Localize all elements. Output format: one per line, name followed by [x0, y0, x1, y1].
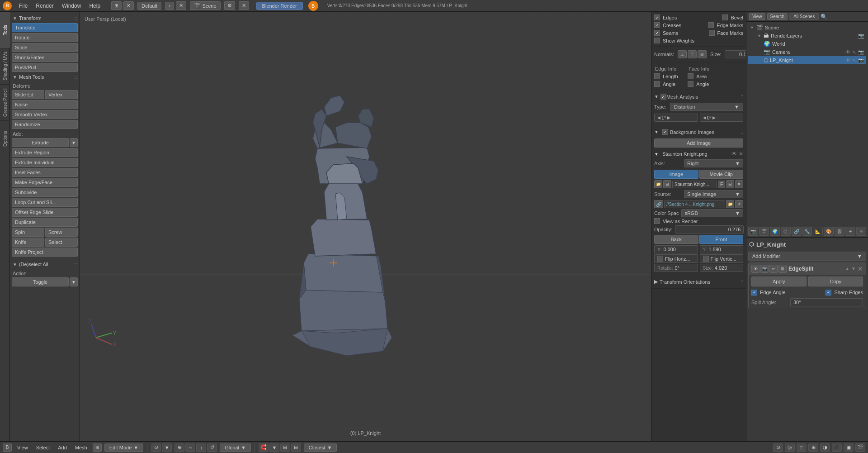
cam-eye-icon[interactable]: 👁 [845, 49, 850, 55]
prop-tab-material[interactable]: 🎨 [824, 227, 834, 236]
mod-icon-cage[interactable]: ⊞ [778, 265, 787, 273]
face-angle-checkbox[interactable] [688, 81, 693, 87]
range-max-field[interactable]: ◀ 0° ▶ [700, 114, 744, 122]
render-preview-icon[interactable]: 🎬 [855, 443, 865, 452]
transform-orient-header[interactable]: ▶ Transform Orientations :: [654, 277, 743, 286]
img-open-icon[interactable]: ⊞ [726, 180, 734, 188]
knife-project-btn[interactable]: Knife Project [12, 248, 78, 257]
image-close-btn[interactable]: ✕ [739, 151, 743, 157]
range-max-left[interactable]: ◀ [703, 115, 706, 120]
extrude-region-btn[interactable]: Extrude Region [12, 148, 78, 157]
view-icon-4[interactable]: ⬛ [832, 443, 842, 452]
transform-section-header[interactable]: ▼ Transform :: [12, 14, 78, 23]
toggle-btn[interactable]: Toggle [12, 277, 69, 286]
push-pull-btn[interactable]: Push/Pull [12, 63, 78, 72]
mod-close-btn[interactable]: ✕ [858, 265, 863, 272]
size-field[interactable]: Size: 4.020 [700, 264, 744, 272]
source-dropdown[interactable]: Single Image ▼ [684, 190, 743, 198]
normals-size-input[interactable] [725, 50, 746, 58]
menu-file[interactable]: File [15, 2, 31, 10]
prop-tab-render[interactable]: 📷 [748, 227, 758, 236]
sharp-edges-checkbox[interactable] [826, 290, 831, 296]
mode-dropdown[interactable]: Edit Mode ▼ [104, 443, 143, 452]
view-icon-1[interactable]: □ [797, 443, 807, 452]
snap-arrow[interactable]: ▼ [269, 443, 279, 452]
pivot-arrow[interactable]: ▼ [162, 443, 172, 452]
inset-faces-btn[interactable]: Inset Faces [12, 168, 78, 177]
viewport[interactable]: User Persp (Local) [80, 12, 651, 441]
prop-tab-scene[interactable]: 🎬 [759, 227, 769, 236]
scale-btn[interactable]: Scale [12, 43, 78, 52]
prop-tab-physics[interactable]: ⚛ [856, 227, 866, 236]
tree-lp-knight[interactable]: ⬡ LP_Knight 👁 ↖ 📷 [748, 56, 866, 64]
smooth-vertex-btn[interactable]: Smooth Vertex [12, 110, 78, 119]
offset-edge-btn[interactable]: Offset Edge Slide [12, 208, 78, 217]
bottom-mesh[interactable]: Mesh [72, 444, 90, 451]
layout-add[interactable]: + [165, 2, 174, 10]
mod-icon-render[interactable]: 📷 [760, 265, 769, 273]
mod-up-icon[interactable]: ▲ [845, 266, 849, 271]
img-file-field[interactable]: Staunton Knigh... [672, 181, 717, 188]
view-icon-5[interactable]: ▣ [844, 443, 854, 452]
flip-vert-checkbox[interactable] [703, 256, 709, 262]
bottom-view[interactable]: View [14, 444, 31, 451]
extrude-main-btn[interactable]: Extrude [12, 138, 69, 147]
rotate-btn[interactable]: Rotate [12, 33, 78, 42]
view-icon-3[interactable]: ◑ [820, 443, 830, 452]
mesh-tools-header[interactable]: ▼ Mesh Tools :: [12, 72, 78, 81]
bottom-add[interactable]: Add [55, 444, 70, 451]
engine-selector[interactable]: Blender Render [256, 2, 303, 10]
range-min-right[interactable]: ▶ [667, 115, 670, 120]
onion-icon[interactable]: ◎ [785, 443, 795, 452]
rotation-field[interactable]: Rotatio: 0° [654, 264, 698, 272]
transform-icon-1[interactable]: ↔ [185, 443, 195, 452]
img-close-icon[interactable]: ✕ [735, 180, 743, 188]
global-dropdown[interactable]: Global ▼ [220, 443, 251, 452]
shrink-fatten-btn[interactable]: Shrink/Fatten [12, 53, 78, 62]
mesh-analysis-header[interactable]: ▼ Mesh Analysis :: [654, 92, 743, 101]
x-field[interactable]: X: 0.000 [654, 245, 698, 253]
loop-cut-btn[interactable]: Loop Cut and Sli... [12, 198, 78, 207]
subdivide-btn[interactable]: Subdivide [12, 188, 78, 197]
tab-grease-pencil[interactable]: Grease Pencil [0, 84, 10, 120]
seams-checkbox[interactable] [654, 30, 660, 36]
lp-sel-icon[interactable]: ↖ [852, 57, 856, 63]
bottom-blender-icon[interactable]: B [3, 443, 12, 452]
cam-sel-icon[interactable]: ↖ [852, 49, 856, 55]
axis-dropdown[interactable]: Right ▼ [684, 159, 743, 167]
tree-camera[interactable]: 📷 Camera 👁 ↖ 📷 [748, 48, 866, 56]
range-min-left[interactable]: ◀ [657, 115, 660, 120]
tree-render-layers[interactable]: ▼ 🏔 RenderLayers 📷 [748, 32, 866, 40]
norm-icon-3[interactable]: ⊞ [698, 50, 707, 58]
spin-btn[interactable]: Spin [12, 228, 44, 237]
bottom-mode-icon[interactable]: ⊞ [93, 443, 102, 452]
norm-icon-1[interactable]: ⊥ [678, 50, 687, 58]
copy-btn[interactable]: Copy [808, 277, 863, 286]
edge-angle-checkbox[interactable] [654, 81, 660, 87]
edges-checkbox[interactable] [654, 14, 660, 20]
front-btn[interactable]: Front [699, 235, 744, 244]
menu-render[interactable]: Render [32, 2, 57, 10]
scene-selector[interactable]: 🎬 Scene [190, 1, 220, 10]
y-field[interactable]: Y: 1.890 [700, 245, 744, 253]
distortion-dropdown[interactable]: Distortion ▼ [670, 103, 743, 111]
extrude-individual-btn[interactable]: Extrude Individual [12, 158, 78, 167]
tab-options[interactable]: Options [0, 120, 10, 157]
randomize-btn[interactable]: Randomize [12, 120, 78, 129]
layout-selector[interactable]: Default [137, 2, 161, 10]
image-eye-icon[interactable]: 👁 [731, 151, 737, 157]
closest-dropdown[interactable]: Closest ▼ [304, 443, 337, 452]
edge-angle-checkbox[interactable] [751, 290, 757, 296]
translate-btn[interactable]: Translate [12, 23, 78, 32]
range-max-right[interactable]: ▶ [712, 115, 716, 120]
area-checkbox[interactable] [688, 73, 693, 79]
bg-images-header[interactable]: ▼ Background Images :: [654, 127, 743, 137]
transform-icon-2[interactable]: ↕ [196, 443, 206, 452]
prop-tab-constraint[interactable]: 🔗 [792, 227, 802, 236]
path-icon[interactable]: 🔗 [654, 200, 663, 208]
apply-btn[interactable]: Apply [751, 277, 807, 286]
range-min-field[interactable]: ◀ 1° ▶ [654, 114, 698, 122]
menu-window[interactable]: Window [58, 2, 85, 10]
prop-tab-world[interactable]: 🌍 [770, 227, 780, 236]
manipulator-icon[interactable]: ⊕ [175, 443, 184, 452]
